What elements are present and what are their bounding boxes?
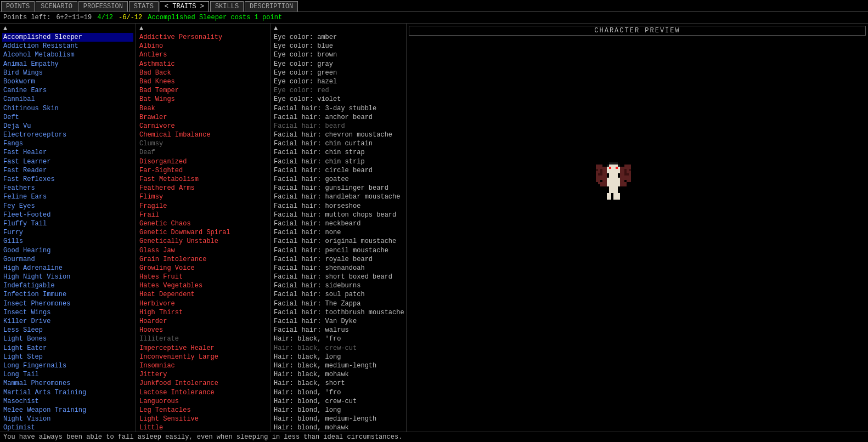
- trait-item[interactable]: Brawler: [138, 113, 268, 122]
- tab-traits[interactable]: < TRAITS >: [160, 1, 209, 12]
- trait-item[interactable]: Hair: black, 'fro: [273, 335, 404, 343]
- trait-item[interactable]: Gourmand: [2, 255, 133, 264]
- trait-item[interactable]: Inconveniently Large: [138, 353, 268, 361]
- trait-item[interactable]: Bad Knees: [138, 77, 268, 86]
- trait-item[interactable]: Fragile: [138, 202, 268, 211]
- trait-item[interactable]: Deja Vu: [2, 122, 133, 131]
- trait-item[interactable]: Electroreceptors: [2, 131, 133, 139]
- tab-skills[interactable]: SKILLS: [210, 1, 244, 12]
- trait-item[interactable]: Alcohol Metabolism: [2, 50, 133, 59]
- trait-item[interactable]: Martial Arts Training: [2, 388, 133, 397]
- trait-item[interactable]: Hair: blond, mohawk: [273, 423, 404, 432]
- trait-item[interactable]: Hair: blond, crew-cut: [273, 397, 404, 406]
- trait-item[interactable]: Facial hair: shenandoah: [273, 264, 404, 273]
- trait-item[interactable]: Hair: black, mohawk: [273, 370, 404, 379]
- trait-item[interactable]: Eye color: red: [273, 86, 404, 95]
- trait-item[interactable]: Hair: black, long: [273, 353, 404, 361]
- trait-item[interactable]: Deaf: [138, 148, 268, 157]
- trait-item[interactable]: Furry: [2, 228, 133, 237]
- trait-item[interactable]: Clumsy: [138, 139, 268, 148]
- trait-item[interactable]: Light Eater: [2, 344, 133, 353]
- trait-item[interactable]: Fast Learner: [2, 157, 133, 166]
- trait-item[interactable]: Facial hair: chin strap: [273, 148, 404, 157]
- trait-item[interactable]: Hoarder: [138, 317, 268, 326]
- trait-item[interactable]: Fey Eyes: [2, 202, 133, 211]
- trait-item[interactable]: Insect Wings: [2, 308, 133, 317]
- trait-item[interactable]: Long Tail: [2, 370, 133, 379]
- trait-item[interactable]: Canine Ears: [2, 86, 133, 95]
- trait-item[interactable]: Facial hair: circle beard: [273, 166, 404, 175]
- trait-item[interactable]: Fleet-Footed: [2, 211, 133, 219]
- trait-item[interactable]: Facial hair: horseshoe: [273, 202, 404, 211]
- trait-item[interactable]: Jittery: [138, 370, 268, 379]
- trait-item[interactable]: Facial hair: sideburns: [273, 281, 404, 290]
- trait-item[interactable]: Animal Empathy: [2, 60, 133, 69]
- trait-item[interactable]: Facial hair: chin strip: [273, 157, 404, 166]
- trait-item[interactable]: High Thirst: [138, 308, 268, 317]
- trait-item[interactable]: Hair: blond, long: [273, 406, 404, 415]
- trait-item[interactable]: Hair: black, medium-length: [273, 361, 404, 370]
- trait-item[interactable]: Flimsy: [138, 192, 268, 201]
- trait-item[interactable]: Eye color: green: [273, 69, 404, 77]
- trait-item[interactable]: Facial hair: soul patch: [273, 290, 404, 299]
- trait-item[interactable]: Fluffy Tail: [2, 219, 133, 228]
- trait-item[interactable]: Facial hair: handlebar moustache: [273, 192, 404, 201]
- trait-item[interactable]: Facial hair: anchor beard: [273, 113, 404, 122]
- trait-item[interactable]: Eye color: gray: [273, 60, 404, 69]
- trait-item[interactable]: Gills: [2, 237, 133, 246]
- trait-item[interactable]: Facial hair: chin curtain: [273, 139, 404, 148]
- trait-item[interactable]: Chemical Imbalance: [138, 131, 268, 139]
- trait-item[interactable]: Insomniac: [138, 361, 268, 370]
- trait-item[interactable]: Facial hair: original moustache: [273, 237, 404, 246]
- trait-item[interactable]: Night Vision: [2, 415, 133, 423]
- trait-item[interactable]: Eye color: violet: [273, 95, 404, 104]
- trait-item[interactable]: Long Fingernails: [2, 361, 133, 370]
- tab-description[interactable]: DESCRIPTION: [245, 1, 298, 12]
- trait-item[interactable]: Facial hair: 3-day stubble: [273, 104, 404, 113]
- trait-item[interactable]: Light Bones: [2, 335, 133, 343]
- trait-item[interactable]: Eye color: amber: [273, 33, 404, 42]
- trait-item[interactable]: Facial hair: neckbeard: [273, 219, 404, 228]
- trait-item[interactable]: Bad Temper: [138, 86, 268, 95]
- trait-item[interactable]: Growling Voice: [138, 264, 268, 273]
- trait-item[interactable]: Eye color: blue: [273, 42, 404, 50]
- trait-item[interactable]: Addictive Personality: [138, 33, 268, 42]
- trait-item[interactable]: Facial hair: goatee: [273, 175, 404, 184]
- trait-item[interactable]: Little: [138, 423, 268, 432]
- trait-item[interactable]: Insect Pheromones: [2, 299, 133, 308]
- trait-item[interactable]: High Adrenaline: [2, 264, 133, 273]
- trait-item[interactable]: Languorous: [138, 397, 268, 406]
- trait-item[interactable]: Facial hair: chevron moustache: [273, 131, 404, 139]
- trait-item[interactable]: Mammal Pheromones: [2, 379, 133, 388]
- trait-item[interactable]: Eye color: hazel: [273, 77, 404, 86]
- trait-item[interactable]: Glass Jaw: [138, 246, 268, 255]
- trait-item[interactable]: Disorganized: [138, 157, 268, 166]
- trait-item[interactable]: Facial hair: mutton chops beard: [273, 211, 404, 219]
- trait-item[interactable]: Facial hair: short boxed beard: [273, 273, 404, 281]
- trait-item[interactable]: Facial hair: pencil moustache: [273, 246, 404, 255]
- trait-item[interactable]: Melee Weapon Training: [2, 406, 133, 415]
- trait-item[interactable]: Bad Back: [138, 69, 268, 77]
- trait-item[interactable]: Hair: black, crew-cut: [273, 344, 404, 353]
- trait-item[interactable]: Fast Healer: [2, 148, 133, 157]
- tab-scenario[interactable]: SCENARIO: [36, 1, 77, 12]
- trait-item[interactable]: Fast Metabolism: [138, 175, 268, 184]
- trait-item[interactable]: Bookworm: [2, 77, 133, 86]
- trait-item[interactable]: Facial hair: beard: [273, 122, 404, 131]
- tab-points[interactable]: POINTS: [1, 1, 35, 12]
- trait-item[interactable]: Killer Drive: [2, 317, 133, 326]
- trait-item[interactable]: Junkfood Intolerance: [138, 379, 268, 388]
- trait-item[interactable]: Bird Wings: [2, 69, 133, 77]
- trait-item[interactable]: Heat Dependent: [138, 290, 268, 299]
- tab-stats[interactable]: STATS: [129, 1, 159, 12]
- trait-item[interactable]: Fast Reflexes: [2, 175, 133, 184]
- trait-item[interactable]: Good Hearing: [2, 246, 133, 255]
- trait-item[interactable]: High Night Vision: [2, 273, 133, 281]
- trait-item[interactable]: Bat Wings: [138, 95, 268, 104]
- trait-item[interactable]: Indefatigable: [2, 281, 133, 290]
- trait-item[interactable]: Genetic Chaos: [138, 219, 268, 228]
- trait-item[interactable]: Asthmatic: [138, 60, 268, 69]
- trait-item[interactable]: Facial hair: toothbrush moustache: [273, 308, 404, 317]
- trait-item[interactable]: Genetically Unstable: [138, 237, 268, 246]
- trait-item[interactable]: Facial hair: royale beard: [273, 255, 404, 264]
